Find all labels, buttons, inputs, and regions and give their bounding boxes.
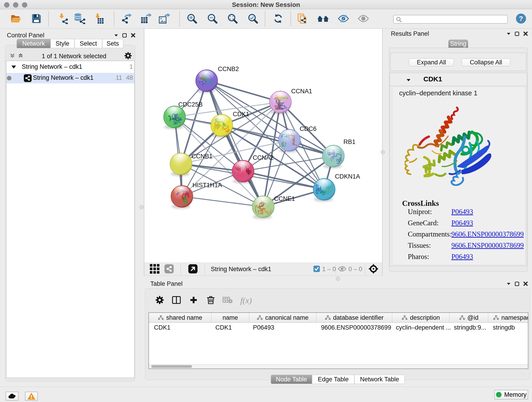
svg-text:CCNE1: CCNE1 bbox=[274, 195, 295, 202]
svg-text:HIST1H1A: HIST1H1A bbox=[192, 182, 222, 189]
svg-text:CDC6: CDC6 bbox=[300, 125, 317, 132]
svg-text:CCNA2: CCNA2 bbox=[253, 154, 274, 161]
svg-text:CCNB2: CCNB2 bbox=[218, 65, 239, 72]
svg-text:CDKN1A: CDKN1A bbox=[335, 173, 360, 180]
svg-text:RB1: RB1 bbox=[343, 138, 355, 145]
svg-text:?: ? bbox=[519, 15, 523, 22]
svg-text:CDC25B: CDC25B bbox=[178, 101, 203, 108]
svg-text:CCNB1: CCNB1 bbox=[191, 153, 213, 160]
svg-text:CCNA1: CCNA1 bbox=[291, 88, 312, 95]
svg-text:CDK1: CDK1 bbox=[233, 111, 249, 118]
